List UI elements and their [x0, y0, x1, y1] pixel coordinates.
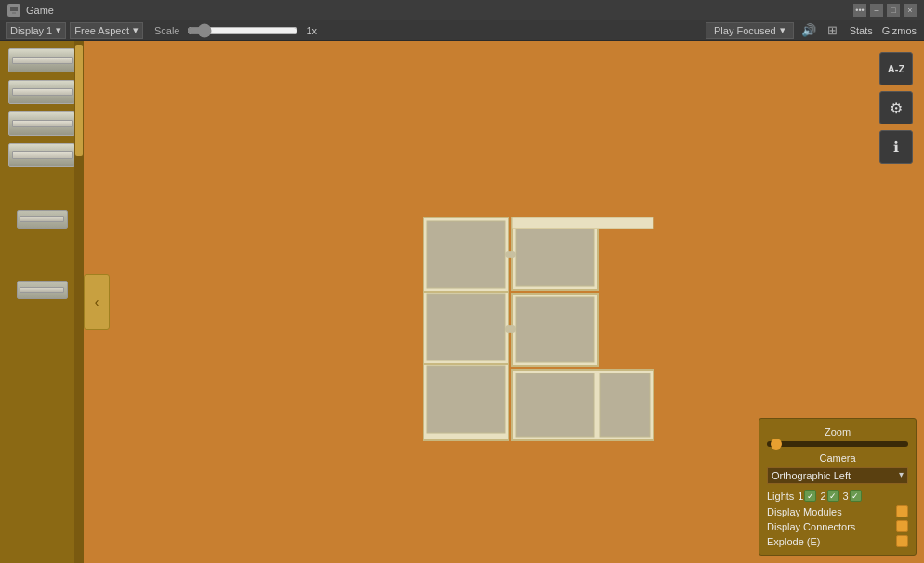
right-buttons: A-Z ⚙ ℹ: [879, 52, 913, 164]
title-bar-controls: ••• – □ ×: [853, 4, 917, 17]
stats-btn[interactable]: Stats: [848, 25, 875, 36]
display-modules-checkbox[interactable]: [896, 505, 908, 517]
grid-btn[interactable]: ⊞: [824, 22, 842, 39]
main-content: ‹: [0, 41, 924, 563]
display-connectors-label: Display Connectors: [767, 521, 855, 532]
svg-rect-2: [12, 12, 16, 14]
display-select[interactable]: Display 1 ▾: [6, 22, 66, 39]
sidebar-item[interactable]: [8, 80, 75, 104]
sidebar: [0, 41, 84, 563]
lights-row: Lights 1 ✓ 2 ✓ 3 ✓: [767, 490, 908, 502]
light-3-check[interactable]: 3 ✓: [843, 490, 862, 502]
explode-label: Explode (E): [767, 536, 820, 547]
camera-label-row: Camera: [767, 452, 908, 464]
camera-select[interactable]: Orthographic Left Orthographic Right Per…: [767, 467, 908, 484]
title-bar-more[interactable]: •••: [853, 4, 866, 17]
svg-point-20: [508, 325, 516, 333]
svg-rect-14: [516, 373, 594, 437]
scale-slider[interactable]: [187, 23, 298, 38]
gizmos-btn[interactable]: Gizmos: [880, 25, 918, 36]
display-modules-label: Display Modules: [767, 506, 842, 517]
title-bar-close[interactable]: ×: [904, 4, 917, 17]
aspect-select[interactable]: Free Aspect ▾: [70, 22, 143, 39]
explode-row: Explode (E): [767, 535, 908, 547]
title-bar-icon: [7, 4, 20, 17]
display-connectors-checkbox[interactable]: [896, 520, 908, 532]
svg-rect-5: [427, 294, 505, 360]
sidebar-item[interactable]: [17, 281, 68, 299]
bottom-panel: Zoom Camera Orthographic Left Orthograph…: [759, 418, 917, 556]
svg-rect-12: [516, 297, 594, 362]
zoom-label: Zoom: [767, 426, 908, 438]
light-2-check[interactable]: 2 ✓: [820, 490, 838, 502]
camera-label: Camera: [767, 452, 908, 464]
svg-rect-1: [10, 7, 18, 11]
toolbar-right: Play Focused ▾ 🔊 ⊞ Stats Gizmos: [706, 22, 918, 39]
sidebar-item[interactable]: [8, 111, 75, 136]
scale-label: Scale: [154, 25, 180, 36]
display-modules-row: Display Modules: [767, 505, 908, 517]
lights-label: Lights: [767, 491, 794, 502]
title-bar: Game ••• – □ ×: [0, 0, 924, 20]
sidebar-scrollbar[interactable]: [74, 41, 84, 563]
camera-select-wrapper[interactable]: Orthographic Left Orthographic Right Per…: [767, 467, 908, 484]
title-bar-minimize[interactable]: –: [870, 4, 883, 17]
info-button[interactable]: ℹ: [879, 130, 913, 164]
shelf-display: [423, 217, 674, 450]
zoom-track[interactable]: [767, 441, 908, 447]
svg-rect-16: [512, 217, 653, 229]
light-1-check[interactable]: 1 ✓: [798, 490, 816, 502]
sidebar-item[interactable]: [17, 210, 68, 229]
zoom-thumb[interactable]: [771, 439, 782, 450]
toolbar: Display 1 ▾ Free Aspect ▾ Scale 1x Play …: [0, 20, 924, 41]
title-bar-label: Game: [26, 5, 54, 16]
svg-rect-6: [427, 366, 505, 433]
explode-checkbox[interactable]: [896, 535, 908, 547]
svg-rect-4: [427, 221, 505, 288]
sidebar-collapse-btn[interactable]: ‹: [84, 274, 110, 330]
sidebar-item[interactable]: [8, 143, 75, 167]
audio-btn[interactable]: 🔊: [799, 22, 818, 39]
svg-rect-15: [600, 373, 650, 437]
sidebar-scrollbar-thumb[interactable]: [75, 45, 83, 156]
scale-value: 1x: [306, 25, 317, 36]
title-bar-maximize[interactable]: □: [887, 4, 900, 17]
zoom-label-row: Zoom: [767, 426, 908, 438]
svg-rect-10: [516, 221, 594, 286]
game-viewport[interactable]: A-Z ⚙ ℹ Zoom Camera Orthographic Left: [84, 41, 924, 563]
sidebar-item[interactable]: [8, 48, 75, 72]
svg-point-19: [508, 251, 516, 258]
settings-button[interactable]: ⚙: [879, 91, 913, 124]
display-connectors-row: Display Connectors: [767, 520, 908, 532]
play-focused-button[interactable]: Play Focused ▾: [706, 22, 794, 39]
sort-az-button[interactable]: A-Z: [879, 52, 913, 85]
